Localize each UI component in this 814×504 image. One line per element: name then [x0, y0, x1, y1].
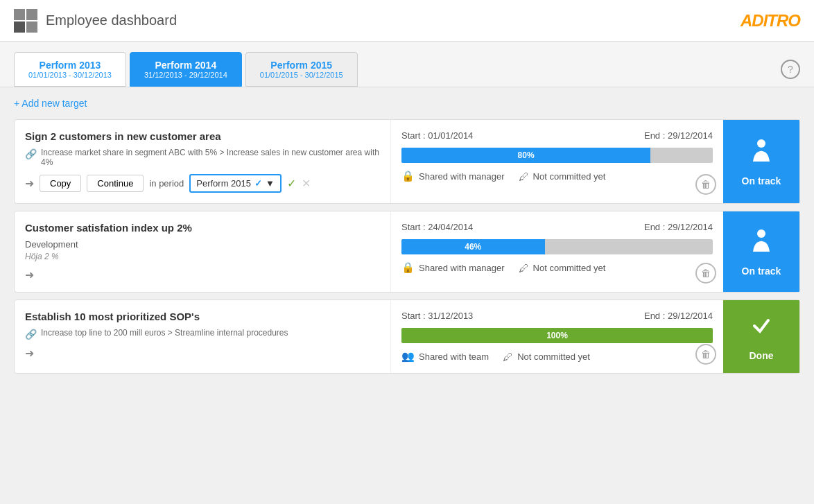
target-2-committed-label: Not committed yet	[533, 263, 606, 273]
target-3-shared-badge: 👥 Shared with team	[401, 350, 489, 363]
target-3-progress-bar: 100%	[401, 328, 713, 343]
target-2-status-label: On track	[742, 266, 781, 277]
target-3-link-text: Increase top line to 200 mill euros > St…	[41, 328, 288, 338]
target-1-status-label: On track	[742, 175, 781, 186]
target-1-progress-fill: 80%	[401, 148, 650, 163]
target-3-badges: 👥 Shared with team 🖊 Not committed yet	[401, 350, 713, 363]
target-3-shared-label: Shared with team	[419, 351, 489, 362]
checkmark-in-select: ✓	[254, 178, 262, 189]
target-1-committed-badge: 🖊 Not committed yet	[519, 171, 606, 182]
app-logo-icon	[14, 9, 37, 33]
lock-icon-2: 🔒	[401, 261, 415, 274]
svg-point-0	[757, 139, 765, 148]
target-2-status[interactable]: On track	[723, 211, 799, 292]
target-2-subtitle: Höja 2 %	[25, 252, 380, 261]
tab-perform2013[interactable]: Perform 2013 01/01/2013 - 30/12/2013	[14, 52, 126, 87]
target-3-main: Establish 10 most prioritized SOP's 🔗 In…	[15, 300, 390, 373]
link-icon-1: 🔗	[25, 148, 37, 159]
target-2-title: Customer satisfation index up 2%	[25, 222, 380, 234]
arrow-icon-1: ➜	[25, 177, 34, 190]
target-1-status[interactable]: On track	[723, 120, 799, 203]
group-icon-3: 👥	[401, 350, 415, 363]
target-2-progress-fill: 46%	[401, 239, 545, 254]
target-2-dates: Start : 24/04/2014 End : 29/12/2014	[401, 222, 713, 232]
target-3-stats: Start : 31/12/2013 End : 29/12/2014 100%…	[390, 300, 723, 373]
period-select-value-1: Perform 2015	[196, 178, 251, 189]
tab-perform2015-name: Perform 2015	[260, 60, 343, 71]
delete-target-3-button[interactable]: 🗑	[695, 344, 716, 365]
worker-icon-1	[747, 137, 775, 170]
cancel-icon-1[interactable]: ✕	[302, 177, 311, 190]
tabs-area: Perform 2013 01/01/2013 - 30/12/2013 Per…	[0, 42, 814, 87]
target-3-link: 🔗 Increase top line to 200 mill euros > …	[25, 328, 380, 340]
chevron-down-icon: ▼	[266, 178, 275, 189]
target-2-badges: 🔒 Shared with manager 🖊 Not committed ye…	[401, 261, 713, 274]
tab-perform2014-dates: 31/12/2013 - 29/12/2014	[144, 71, 227, 79]
target-3-committed-badge: 🖊 Not committed yet	[503, 351, 590, 363]
target-1-progress-bar: 80%	[401, 148, 713, 163]
page-title: Employee dashboard	[46, 12, 177, 28]
target-2-main: Customer satisfation index up 2% Develop…	[15, 211, 390, 292]
confirm-icon-1[interactable]: ✓	[287, 177, 296, 190]
tab-perform2014-name: Perform 2014	[144, 60, 227, 71]
target-1-end: End : 29/12/2014	[644, 130, 713, 141]
pencil-icon-2: 🖊	[519, 262, 529, 274]
tab-perform2013-name: Perform 2013	[28, 60, 112, 71]
target-3-status-label: Done	[750, 350, 774, 361]
link-icon-3: 🔗	[25, 329, 37, 340]
target-2-committed-badge: 🖊 Not committed yet	[519, 262, 606, 274]
target-1-main: Sign 2 customers in new customer area 🔗 …	[15, 120, 390, 203]
target-1-link: 🔗 Increase market share in segment ABC w…	[25, 148, 380, 167]
target-3-start: Start : 31/12/2013	[401, 311, 473, 321]
pencil-icon-3: 🖊	[503, 351, 513, 363]
target-2-shared-badge: 🔒 Shared with manager	[401, 261, 505, 274]
target-1-badges: 🔒 Shared with manager 🖊 Not committed ye…	[401, 170, 713, 182]
target-2-progress-bar: 46%	[401, 239, 713, 254]
target-3-title: Establish 10 most prioritized SOP's	[25, 311, 380, 322]
copy-row-1: ➜ Copy Continue in period Perform 2015 ✓…	[25, 174, 380, 193]
lock-icon-1: 🔒	[401, 170, 415, 182]
target-1-progress-label: 80%	[518, 150, 535, 160]
target-3-dates: Start : 31/12/2013 End : 29/12/2014	[401, 311, 713, 321]
add-target-button[interactable]: + Add new target	[14, 98, 800, 109]
tab-perform2015-dates: 01/01/2015 - 30/12/2015	[260, 71, 343, 79]
target-1-start: Start : 01/01/2014	[401, 130, 473, 141]
header-left: Employee dashboard	[14, 9, 177, 33]
target-1-title: Sign 2 customers in new customer area	[25, 130, 380, 142]
done-icon-3	[747, 312, 775, 345]
arrow-icon-3: ➜	[25, 347, 34, 359]
target-1-stats: Start : 01/01/2014 End : 29/12/2014 80% …	[390, 120, 723, 203]
svg-point-1	[757, 229, 765, 238]
target-1-dates: Start : 01/01/2014 End : 29/12/2014	[401, 130, 713, 141]
pencil-icon-1: 🖊	[519, 171, 529, 182]
target-3-committed-label: Not committed yet	[517, 351, 590, 362]
delete-target-1-button[interactable]: 🗑	[695, 174, 716, 195]
target-1-shared-label: Shared with manager	[419, 171, 505, 182]
target-3-status[interactable]: Done	[723, 300, 799, 373]
period-select-1[interactable]: Perform 2015 ✓ ▼	[189, 174, 282, 193]
target-2-start: Start : 24/04/2014	[401, 222, 473, 232]
header: Employee dashboard ADITRO	[0, 0, 814, 42]
target-1-link-text: Increase market share in segment ABC wit…	[41, 148, 380, 167]
help-button[interactable]: ?	[781, 60, 800, 79]
tab-perform2014[interactable]: Perform 2014 31/12/2013 - 29/12/2014	[130, 52, 242, 87]
target-1-committed-label: Not committed yet	[533, 171, 606, 182]
target-2-category: Development	[25, 239, 380, 250]
continue-button-1[interactable]: Continue	[87, 175, 144, 192]
brand-logo: ADITRO	[741, 11, 800, 31]
main-content: + Add new target Sign 2 customers in new…	[0, 87, 814, 391]
worker-icon-2	[747, 227, 775, 260]
target-card-1: Sign 2 customers in new customer area 🔗 …	[14, 119, 800, 204]
target-1-shared-badge: 🔒 Shared with manager	[401, 170, 505, 182]
tab-perform2013-dates: 01/01/2013 - 30/12/2013	[28, 71, 112, 79]
target-card-2: Customer satisfation index up 2% Develop…	[14, 211, 800, 293]
target-2-end: End : 29/12/2014	[644, 222, 713, 232]
tab-perform2015[interactable]: Perform 2015 01/01/2015 - 30/12/2015	[245, 52, 358, 87]
delete-target-2-button[interactable]: 🗑	[695, 263, 716, 284]
target-2-progress-label: 46%	[465, 242, 481, 252]
target-2-shared-label: Shared with manager	[419, 263, 505, 273]
copy-button-1[interactable]: Copy	[40, 175, 81, 192]
target-card-3: Establish 10 most prioritized SOP's 🔗 In…	[14, 299, 800, 374]
arrow-icon-2: ➜	[25, 269, 34, 281]
target-3-end: End : 29/12/2014	[644, 311, 713, 321]
